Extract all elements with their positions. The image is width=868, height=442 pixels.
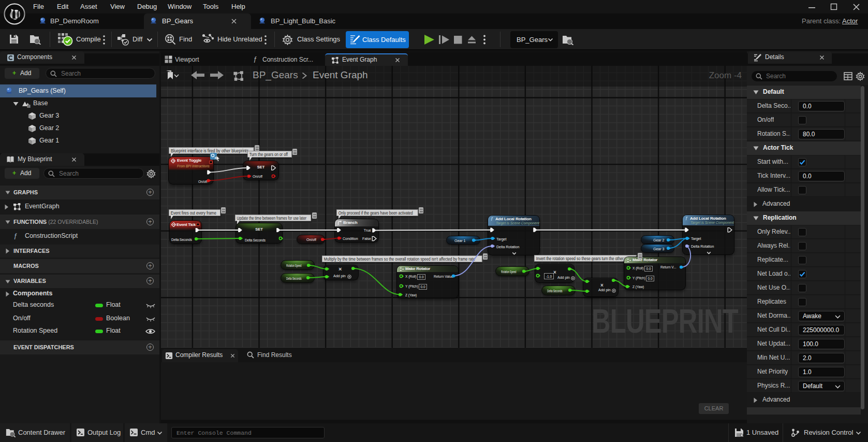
svg-text:C: C	[28, 105, 30, 108]
